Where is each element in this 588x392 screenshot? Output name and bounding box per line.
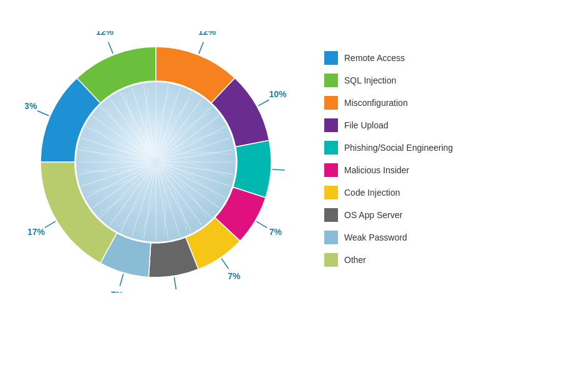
legend-label: OS App Server: [344, 210, 402, 220]
legend-area: Remote AccessSQL InjectionMisconfigurati…: [324, 51, 453, 267]
tick-line: [108, 42, 113, 54]
legend-color-box: [324, 253, 338, 267]
pct-label: 12%: [198, 31, 216, 37]
legend-item: Weak Password: [324, 231, 453, 244]
pct-label: 10%: [269, 89, 287, 99]
legend-label: Other: [344, 255, 366, 265]
content-area: 13%12%12%10%8%7%7%7%7%17% Remote AccessS…: [12, 31, 576, 293]
legend-label: Phishing/Social Engineering: [344, 143, 453, 153]
legend-item: File Upload: [324, 118, 453, 132]
legend-color-box: [324, 141, 338, 155]
legend-item: OS App Server: [324, 208, 453, 222]
legend-label: SQL Injection: [344, 75, 397, 85]
tick-line: [272, 170, 285, 170]
legend-label: Misconfiguration: [344, 98, 408, 108]
legend-color-box: [324, 118, 338, 132]
legend-item: Remote Access: [324, 51, 453, 65]
chart-area: 13%12%12%10%8%7%7%7%7%17%: [25, 31, 287, 293]
tick-line: [199, 42, 203, 54]
pct-label: 7%: [111, 290, 124, 293]
legend-color-box: [324, 231, 338, 244]
legend-color-box: [324, 163, 338, 177]
tick-line: [221, 259, 228, 269]
page-container: 13%12%12%10%8%7%7%7%7%17% Remote AccessS…: [0, 0, 588, 392]
legend-color-box: [324, 51, 338, 65]
donut-chart: 13%12%12%10%8%7%7%7%7%17%: [25, 31, 287, 293]
pct-label: 17%: [27, 227, 46, 237]
tick-line: [256, 221, 267, 227]
tick-line: [174, 277, 176, 290]
pct-label: 13%: [25, 101, 37, 111]
pct-label: 7%: [269, 227, 282, 237]
tick-line: [120, 274, 123, 286]
tick-line: [45, 221, 55, 227]
legend-label: Malicious Insider: [344, 165, 409, 175]
pct-label: 7%: [228, 271, 241, 281]
legend-label: Code Injection: [344, 188, 400, 198]
legend-item: SQL Injection: [324, 74, 453, 87]
legend-item: Malicious Insider: [324, 163, 453, 177]
legend-item: Misconfiguration: [324, 96, 453, 110]
legend-color-box: [324, 208, 338, 222]
legend-item: Other: [324, 253, 453, 267]
pct-label: 12%: [96, 31, 114, 37]
legend-label: Weak Password: [344, 232, 407, 242]
legend-label: File Upload: [344, 120, 388, 130]
legend-color-box: [324, 96, 338, 110]
tick-line: [258, 100, 269, 106]
legend-item: Phishing/Social Engineering: [324, 141, 453, 155]
legend-item: Code Injection: [324, 186, 453, 199]
legend-color-box: [324, 74, 338, 87]
legend-label: Remote Access: [344, 53, 405, 63]
tick-line: [37, 111, 49, 116]
legend-color-box: [324, 186, 338, 199]
